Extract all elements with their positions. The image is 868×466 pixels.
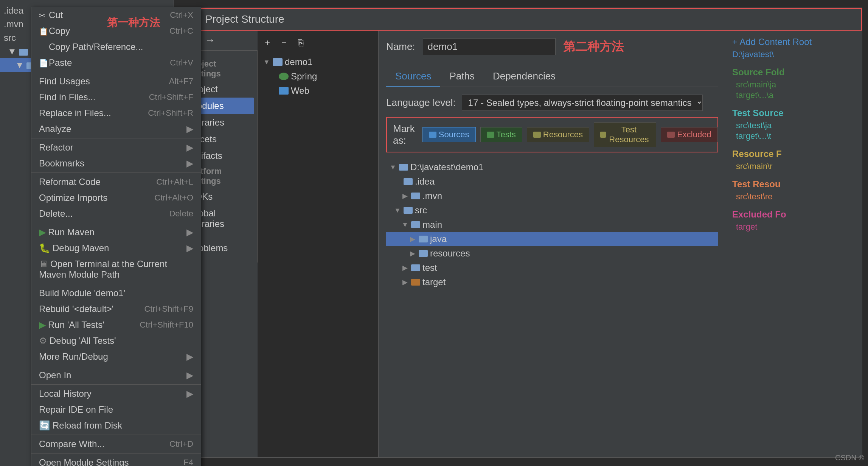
tree-src[interactable]: ▼ src [386, 203, 718, 217]
menu-open-in[interactable]: Open In ▶ [31, 367, 201, 383]
tree-toolbar: + − ⎘ [261, 34, 374, 51]
menu-replace-in-files[interactable]: Replace in Files... Ctrl+Shift+R [31, 105, 201, 121]
menu-copy[interactable]: 📋Copy Ctrl+C [31, 23, 201, 39]
remove-module-btn[interactable]: − [278, 37, 290, 49]
demo1-node[interactable]: ▼ demo1 [261, 55, 374, 69]
menu-find-in-files[interactable]: Find in Files... Ctrl+Shift+F [31, 89, 201, 105]
language-level-select[interactable]: 17 - Sealed types, always-strict floatin… [462, 95, 703, 111]
mark-as-label: Mark as: [393, 123, 415, 146]
resources-folder-icon [533, 132, 541, 138]
mvn-folder-icon [411, 193, 420, 199]
tree-resources[interactable]: ▶ resources [386, 246, 718, 261]
debug-maven-icon: 🐛 [39, 243, 50, 253]
menu-optimize-imports[interactable]: Optimize Imports Ctrl+Alt+O [31, 190, 201, 206]
java-folder-icon [419, 236, 428, 242]
add-content-root-section: + Add Content Root D:\javatest\ [732, 37, 856, 59]
menu-analyze[interactable]: Analyze ▶ [31, 121, 201, 137]
run-maven-arrow: ▶ [186, 227, 193, 238]
menu-debug-tests[interactable]: ⚙Debug 'All Tests' [31, 333, 201, 349]
test-source-path-1: target\...\t [732, 131, 856, 141]
menu-run-tests[interactable]: ▶Run 'All Tests' Ctrl+Shift+F10 [31, 317, 201, 333]
spring-icon [279, 73, 289, 80]
local-history-arrow: ▶ [186, 388, 193, 399]
refactor-arrow: ▶ [186, 142, 193, 153]
menu-delete[interactable]: Delete... Delete [31, 206, 201, 222]
test-resources-folder-icon [600, 132, 606, 138]
tab-sources[interactable]: Sources [386, 67, 440, 87]
menu-rebuild[interactable]: Rebuild '<default>' Ctrl+Shift+F9 [31, 301, 201, 317]
menu-reformat[interactable]: Reformat Code Ctrl+Alt+L [31, 174, 201, 190]
name-input[interactable] [423, 38, 556, 55]
menu-bookmarks[interactable]: Bookmarks ▶ [31, 155, 201, 171]
menu-local-history[interactable]: Local History ▶ [31, 386, 201, 402]
divider-8 [31, 435, 201, 435]
sources-folder-icon [429, 132, 436, 138]
menu-cut[interactable]: ✂Cut Ctrl+X [31, 7, 201, 23]
ps-module-tree: + − ⎘ ▼ demo1 Spring Web [258, 31, 379, 457]
ps-titlebar: ⊞ Project Structure [182, 8, 862, 31]
tab-dependencies[interactable]: Dependencies [484, 67, 565, 87]
menu-open-module-settings[interactable]: Open Module Settings F4 [31, 455, 201, 466]
web-icon [279, 87, 289, 95]
menu-build-module[interactable]: Build Module 'demo1' [31, 285, 201, 301]
mark-excluded-btn[interactable]: Excluded [661, 127, 718, 142]
menu-run-maven[interactable]: ▶Run Maven ▶ [31, 224, 201, 240]
add-module-btn[interactable]: + [261, 37, 273, 49]
source-path-0: src\main\ja [732, 80, 856, 90]
divider-1 [31, 72, 201, 72]
forward-button[interactable]: → [205, 34, 215, 47]
mark-test-resources-btn[interactable]: Test Resources [594, 122, 656, 147]
divider-7 [31, 384, 201, 385]
test-source-section: Test Source src\test\ja target\...\t [732, 108, 856, 141]
tree-mvn[interactable]: ▶ .mvn [386, 189, 718, 203]
menu-compare-with[interactable]: Compare With... Ctrl+D [31, 436, 201, 452]
root-folder-icon [399, 164, 408, 171]
tests-folder-icon [487, 132, 494, 138]
divider-2 [31, 138, 201, 138]
menu-refactor[interactable]: Refactor ▶ [31, 140, 201, 155]
debug-maven-arrow: ▶ [186, 243, 193, 253]
mark-resources-btn[interactable]: Resources [527, 127, 589, 142]
mark-as-bar: Mark as: Sources Tests Resources [386, 117, 718, 152]
web-node[interactable]: Web [261, 84, 374, 98]
copy-module-btn[interactable]: ⎘ [295, 37, 307, 49]
right-panel: ⊞ Project Structure ← → Project Settings… [178, 0, 868, 466]
more-run-arrow: ▶ [186, 351, 193, 362]
mark-sources-btn[interactable]: Sources [422, 127, 476, 142]
divider-9 [31, 453, 201, 454]
add-content-root-btn[interactable]: + Add Content Root [732, 37, 856, 47]
tree-target[interactable]: ▶ target [386, 275, 718, 289]
tree-idea[interactable]: .idea [386, 174, 718, 189]
debug-tests-icon: ⚙ [39, 336, 47, 346]
terminal-icon: 🖥 [39, 259, 48, 269]
excluded-folder-icon [667, 132, 675, 138]
context-menu: 第一种方法 ✂Cut Ctrl+X 📋Copy Ctrl+C Copy Path… [31, 7, 201, 466]
tab-paths[interactable]: Paths [440, 67, 484, 87]
spring-node[interactable]: Spring [261, 69, 374, 84]
menu-find-usages[interactable]: Find Usages Alt+F7 [31, 73, 201, 89]
tree-root[interactable]: ▼ D:\javatest\demo1 [386, 160, 718, 174]
menu-more-run[interactable]: More Run/Debug ▶ [31, 349, 201, 365]
menu-reload-disk[interactable]: 🔄Reload from Disk [31, 418, 201, 433]
source-fold-title: Source Fold [732, 67, 856, 78]
menu-copy-path[interactable]: Copy Path/Reference... [31, 39, 201, 55]
menu-repair-ide[interactable]: Repair IDE on File [31, 402, 201, 418]
test-source-title: Test Source [732, 108, 856, 118]
method2-label: 第二种方法 [563, 39, 624, 55]
resources-folder-icon [419, 250, 428, 257]
menu-paste[interactable]: 📄Paste Ctrl+V [31, 55, 201, 71]
excluded-path-0: target [732, 222, 856, 232]
resource-path-0: src\main\r [732, 162, 856, 171]
resources-expand: ▶ [409, 249, 416, 258]
menu-open-terminal[interactable]: 🖥Open Terminal at the Current Maven Modu… [31, 256, 201, 283]
tree-test[interactable]: ▶ test [386, 261, 718, 275]
bookmarks-arrow: ▶ [186, 158, 193, 169]
menu-debug-maven[interactable]: 🐛Debug Maven ▶ [31, 240, 201, 256]
java-expand: ▶ [409, 235, 416, 243]
mark-tests-btn[interactable]: Tests [480, 127, 522, 142]
tree-main[interactable]: ▼ main [386, 217, 718, 232]
ps-detail: Name: 第二种方法 Sources Paths Dependencies L… [379, 31, 726, 457]
paste-icon: 📄 [39, 59, 47, 68]
tree-java[interactable]: ▶ java [386, 232, 718, 246]
content-root-path: D:\javatest\ [732, 50, 856, 59]
